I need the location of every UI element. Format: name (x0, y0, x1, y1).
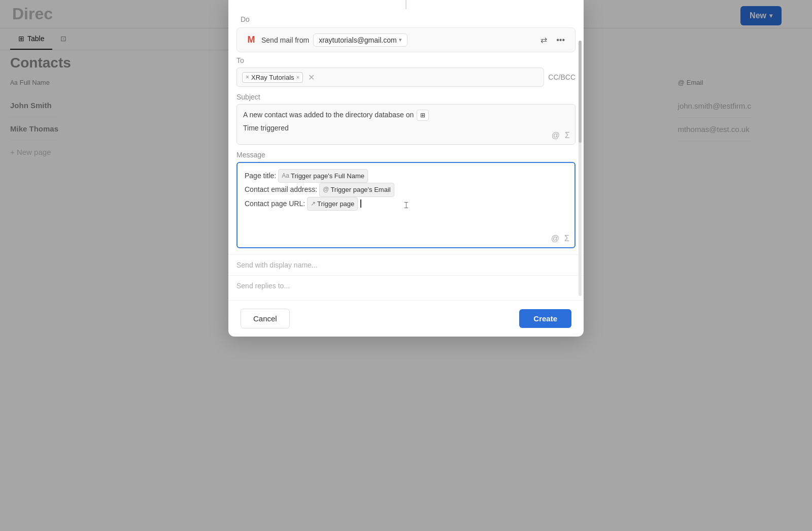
sigma-icon[interactable]: Σ (564, 234, 569, 243)
at-icon: @ (323, 184, 329, 195)
modal-top-divider (405, 0, 407, 9)
page-url-tag-text: Trigger page (317, 198, 354, 210)
message-line-1: Page title: Aa Trigger page's Full Name (245, 169, 567, 183)
more-options-button[interactable]: ••• (554, 34, 567, 47)
to-label: To (236, 56, 576, 64)
message-line-2: Contact email address: @ Trigger page's … (245, 183, 567, 196)
gmail-m-icon: M (248, 35, 255, 45)
to-field-section: To × XRay Tutorials × ✕ CC/BCC (228, 56, 584, 93)
create-button[interactable]: Create (519, 309, 571, 328)
page-url-tag[interactable]: ↗ Trigger page (307, 197, 358, 211)
modal: Do M Send mail from xraytutorials@gmail.… (228, 0, 584, 337)
email-tag-text: Trigger page's Email (330, 184, 390, 195)
cancel-button[interactable]: Cancel (241, 309, 290, 328)
send-replies-section: Send replies to... (228, 275, 584, 296)
message-area[interactable]: Page title: Aa Trigger page's Full Name … (236, 162, 576, 248)
sigma-icon[interactable]: Σ (565, 131, 570, 140)
aa-icon: Aa (282, 171, 289, 182)
modal-scrollbar[interactable] (579, 41, 582, 296)
subject-label: Subject (236, 93, 576, 101)
send-mail-row: M Send mail from xraytutorials@gmail.com… (236, 27, 576, 52)
send-mail-left: M Send mail from xraytutorials@gmail.com… (245, 34, 408, 47)
message-field-section: Message Page title: Aa Trigger page's Fu… (228, 151, 584, 254)
send-mail-right: ⇄ ••• (538, 33, 567, 47)
full-name-tag-text: Trigger page's Full Name (291, 170, 364, 182)
email-tag[interactable]: @ Trigger page's Email (319, 183, 394, 196)
page-url-label: Contact page URL: (245, 197, 305, 210)
send-display-name-section: Send with display name... (228, 254, 584, 275)
subject-text-before: A new contact was added to the directory… (243, 111, 414, 119)
to-input-area[interactable]: × XRay Tutorials × ✕ (236, 68, 544, 87)
message-icons: @ Σ (551, 234, 569, 243)
swap-icon: ⇄ (540, 35, 547, 45)
send-replies-placeholder[interactable]: Send replies to... (236, 276, 576, 296)
close-icon[interactable]: × (296, 74, 299, 80)
gmail-icon: M (245, 34, 257, 46)
recipient-name: XRay Tutorials (251, 74, 294, 81)
subject-tag[interactable]: ⊞ (417, 110, 429, 121)
do-section-label: Do (228, 9, 584, 27)
full-name-tag[interactable]: Aa Trigger page's Full Name (278, 169, 368, 183)
from-email-value: xraytutorials@gmail.com (319, 36, 396, 44)
clear-button[interactable]: ✕ (306, 73, 317, 82)
subject-field-section: Subject A new contact was added to the d… (228, 93, 584, 151)
message-label: Message (236, 151, 576, 159)
subject-time-triggered: Time triggered (243, 124, 289, 132)
from-email-chip[interactable]: xraytutorials@gmail.com ▾ (313, 34, 407, 47)
page-title-label: Page title: (245, 170, 276, 182)
subject-area[interactable]: A new contact was added to the directory… (236, 104, 576, 145)
recipient-tag-x-left: × (246, 74, 249, 81)
email-address-label: Contact email address: (245, 183, 317, 196)
message-line-3: Contact page URL: ↗ Trigger page (245, 197, 567, 211)
link-icon: ↗ (311, 198, 316, 210)
chevron-down-icon: ▾ (399, 37, 402, 43)
scrollbar-thumb[interactable] (579, 41, 582, 143)
send-mail-text: Send mail from (261, 36, 309, 44)
swap-icon-button[interactable]: ⇄ (538, 33, 549, 47)
subject-text: A new contact was added to the directory… (243, 110, 569, 121)
text-cursor (360, 200, 361, 208)
at-icon[interactable]: @ (552, 131, 560, 140)
more-icon: ••• (556, 36, 565, 45)
subject-icons: @ Σ (552, 131, 570, 140)
modal-footer: Cancel Create (228, 300, 584, 337)
recipient-tag[interactable]: × XRay Tutorials × (242, 72, 303, 83)
grid-icon: ⊞ (420, 111, 425, 120)
at-icon[interactable]: @ (551, 234, 559, 243)
subject-line2: Time triggered (243, 123, 569, 134)
to-row: × XRay Tutorials × ✕ CC/BCC (236, 68, 576, 87)
cc-bcc-button[interactable]: CC/BCC (548, 73, 576, 81)
send-display-name-placeholder[interactable]: Send with display name... (236, 261, 576, 275)
